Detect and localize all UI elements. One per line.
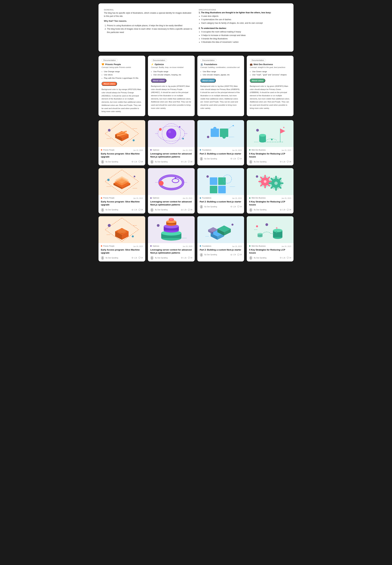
eye-icon [230, 158, 232, 160]
svg-line-115 [271, 187, 273, 188]
category-name: Optimize [153, 245, 159, 247]
category-dot [150, 197, 152, 199]
spec-point-2-4: It illustrates the idea of movement / ac… [201, 40, 288, 44]
svg-rect-87 [210, 177, 217, 185]
svg-rect-90 [218, 186, 226, 193]
article-date: Jan 26, 2023 [133, 245, 143, 247]
author-name: By Dan Spratling [106, 209, 118, 211]
article-category: Optimize [150, 149, 159, 151]
eye-icon [280, 161, 282, 163]
article-meta: Web Dev Business Jan 26, 2023 5 Key Stra… [247, 243, 294, 261]
article-title: Leveraging server context for advanced N… [150, 152, 192, 158]
doc-tag: Documentation [151, 59, 167, 62]
author-avatar [200, 157, 203, 160]
eye-icon [280, 257, 282, 259]
comments-stat: 34 [139, 257, 143, 259]
views-stat: 1.2k [131, 257, 137, 259]
cat-concept: Concept: being quite Prismic-centric [101, 66, 142, 68]
article-meta: Foundations Jan 26, 2023 Part 2: Buildin… [197, 195, 244, 210]
article-thumbnail [197, 168, 244, 195]
category-dot [150, 149, 152, 150]
about-colors-button[interactable]: About colors [151, 79, 167, 83]
article-card: Optimize Jan 26, 2023 Leveraging server … [148, 168, 195, 213]
article-thumbnail [98, 168, 145, 195]
about-colors-button[interactable]: About colors [200, 79, 216, 83]
cat-card-foundations: Documentation 🏛️ Foundations Concept: bu… [197, 56, 244, 116]
svg-point-139 [102, 257, 103, 258]
spec-title-1: 1. The blog illustrations are thought to… [199, 12, 288, 14]
author-avatar [249, 208, 252, 211]
eye-icon [131, 209, 133, 211]
views-stat: 1.2k [230, 206, 236, 208]
eye-icon [230, 254, 232, 256]
cat-points-list: Use Green rangeUse "road", "goal" and "p… [250, 70, 291, 76]
views-count: 1.2k [233, 206, 236, 208]
svg-point-43 [231, 159, 231, 159]
article-footer: By Dan Spratling 1.2k [150, 256, 192, 259]
article-thumbnail [148, 216, 195, 243]
svg-point-187 [256, 225, 258, 227]
article-category: Optimize [150, 245, 159, 247]
svg-point-13 [132, 162, 133, 162]
views-stat: 1.2k [230, 254, 236, 256]
cat-header: ⚡ Optimize [151, 63, 192, 66]
reason-1: Prismci is using illustrations at multip… [107, 24, 193, 27]
views-stat: 1.2k [181, 209, 187, 211]
article-card: ★ Web Dev Business Jan 26, 2023 5 Key St… [247, 120, 294, 165]
svg-point-21 [182, 138, 184, 139]
author-name: By Dan Spratling [254, 161, 266, 163]
views-count: 1.2k [183, 161, 187, 163]
main-doc-card: GENERAL The blog has its specific style … [98, 3, 294, 52]
category-dot [150, 245, 152, 247]
comment-icon [188, 161, 190, 163]
views-stat: 1.2k [280, 257, 285, 259]
author-name: By Dan Spratling [155, 257, 168, 259]
svg-point-53 [271, 139, 273, 140]
svg-point-141 [132, 258, 133, 258]
article-thumbnail [197, 216, 244, 243]
cat-emoji: 🧡 [101, 63, 104, 66]
category-dot [249, 245, 251, 247]
about-colors-button[interactable]: About colors [250, 79, 265, 83]
cat-card-optimize: Documentation ⚡ Optimize Concept: fluidi… [148, 56, 195, 116]
svg-point-11 [102, 161, 103, 162]
why-label: Why that? Two reasons. [104, 19, 193, 23]
author-avatar [101, 208, 104, 211]
cat-concept: Concept: straight to the goal, best prac… [250, 66, 291, 68]
article-card: Foundations Jan 26, 2023 Part 2: Buildin… [197, 168, 244, 213]
spec-point-1-3: Each category has its family of shapes, … [201, 21, 288, 25]
cat-point: Use slices [104, 73, 142, 76]
svg-point-126 [280, 209, 281, 210]
article-meta: Optimize Jan 26, 2023 Leveraging server … [148, 243, 195, 261]
article-meta: Prismic People Jan 26, 2023 Early Access… [98, 147, 145, 165]
views-stat: 1.2k [131, 209, 137, 211]
article-title: 5 Key Strategies for Reducing LCP Issues [249, 200, 291, 206]
comments-count: 34 [289, 161, 291, 163]
svg-point-18 [166, 129, 176, 139]
article-stats: 1.2k 34 [181, 209, 192, 211]
views-stat: 1.2k [280, 209, 285, 211]
cat-card-prismic-people: Documentation 🧡 Prismic People Concept: … [98, 56, 145, 116]
article-footer: By Dan Spratling 1.2k [200, 205, 242, 208]
svg-line-119 [279, 178, 281, 180]
svg-point-98 [231, 207, 231, 207]
article-meta: Prismic People Jan 26, 2023 Early Access… [98, 195, 145, 213]
cat-points-list: Use Purple rangeUse circular shapes, loo… [151, 70, 192, 76]
svg-point-154 [169, 218, 174, 220]
category-name: Foundations [202, 197, 211, 199]
svg-point-133 [108, 224, 111, 227]
comment-icon [188, 257, 190, 259]
article-stats: 1.2k 34 [280, 257, 291, 259]
article-date: Jan 26, 2023 [281, 245, 291, 247]
page-wrapper: GENERAL The blog has its specific style … [98, 3, 294, 261]
category-name: Web Dev Business [252, 149, 266, 151]
about-colors-button[interactable]: About colors [101, 82, 117, 86]
cat-name: Prismic People [105, 63, 121, 66]
article-thumbnail [98, 120, 145, 147]
article-stats: 1.2k 34 [131, 257, 143, 259]
svg-point-22 [179, 126, 180, 128]
article-thumbnail: ★ [247, 120, 294, 147]
svg-point-135 [118, 229, 126, 233]
article-title: Part 2: Building a custom Next.js starte… [200, 152, 242, 155]
cat-card-web-dev-business: Documentation 💼 Web Dev Business Concept… [247, 56, 294, 116]
